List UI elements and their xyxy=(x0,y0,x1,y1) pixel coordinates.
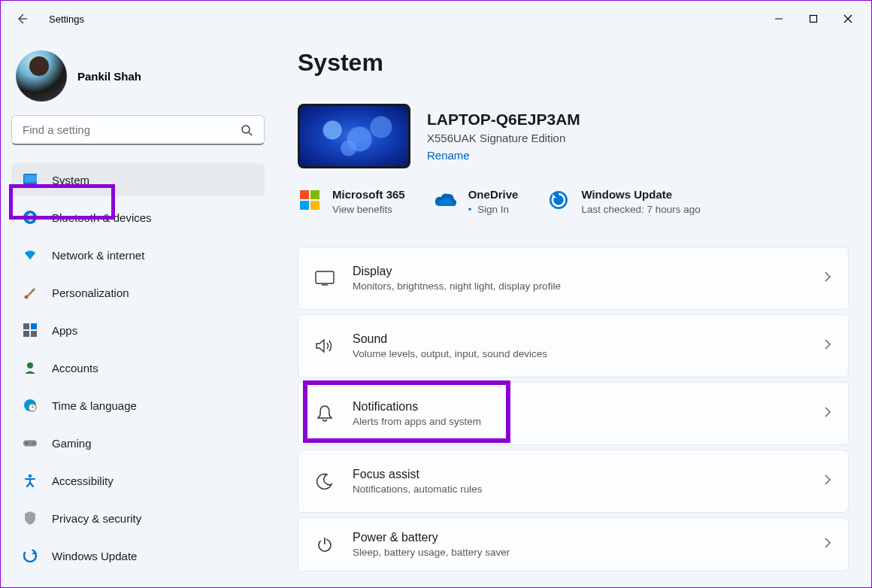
bluetooth-icon xyxy=(23,211,37,224)
avatar xyxy=(16,50,67,102)
svg-rect-9 xyxy=(31,323,37,329)
card-sub: Notifications, automatic rules xyxy=(353,483,824,495)
user-name: Pankil Shah xyxy=(77,70,141,83)
device-thumbnail xyxy=(298,104,410,168)
apps-icon xyxy=(23,323,37,337)
sidebar-item-bluetooth[interactable]: Bluetooth & devices xyxy=(11,201,265,234)
status-title: Microsoft 365 xyxy=(332,188,405,201)
card-focus-assist[interactable]: Focus assist Notifications, automatic ru… xyxy=(298,450,849,513)
maximize-button[interactable] xyxy=(796,7,831,31)
accessibility-icon xyxy=(23,474,37,487)
svg-rect-8 xyxy=(23,323,29,329)
card-title: Focus assist xyxy=(353,468,824,481)
svg-rect-11 xyxy=(31,331,37,337)
sidebar-item-accessibility[interactable]: Accessibility xyxy=(11,464,265,497)
svg-point-17 xyxy=(32,442,34,444)
window-controls xyxy=(761,7,865,31)
status-sub: • Sign In xyxy=(468,204,519,215)
svg-point-16 xyxy=(26,442,27,444)
svg-rect-10 xyxy=(23,331,29,337)
svg-point-2 xyxy=(242,126,250,133)
svg-line-3 xyxy=(249,132,252,135)
status-onedrive[interactable]: OneDrive • Sign In xyxy=(434,188,519,215)
card-sub: Sleep, battery usage, battery saver xyxy=(353,547,824,558)
close-button[interactable] xyxy=(831,7,865,31)
sidebar-item-label: Accounts xyxy=(52,362,98,374)
sidebar-item-apps[interactable]: Apps xyxy=(11,314,265,347)
sidebar-item-accounts[interactable]: Accounts xyxy=(11,351,265,384)
power-icon xyxy=(315,535,335,554)
sidebar-item-label: Accessibility xyxy=(52,474,114,487)
status-microsoft365[interactable]: Microsoft 365 View benefits xyxy=(298,188,405,215)
shield-icon xyxy=(23,511,37,525)
svg-rect-5 xyxy=(25,175,38,183)
sidebar-item-label: Gaming xyxy=(52,437,92,450)
card-title: Notifications xyxy=(353,400,824,414)
sidebar-item-privacy[interactable]: Privacy & security xyxy=(11,502,265,535)
status-windows-update[interactable]: Windows Update Last checked: 7 hours ago xyxy=(547,188,700,215)
sidebar-item-gaming[interactable]: Gaming xyxy=(11,426,265,459)
settings-cards: Display Monitors, brightness, night ligh… xyxy=(298,247,849,571)
svg-rect-21 xyxy=(316,271,334,283)
svg-rect-15 xyxy=(23,440,37,446)
nav-list: System Bluetooth & devices Network & int… xyxy=(11,163,265,577)
sidebar-item-label: Personalization xyxy=(52,286,129,299)
user-block[interactable]: Pankil Shah xyxy=(11,46,265,115)
device-block: LAPTOP-Q6EJP3AM X556UAK Signature Editio… xyxy=(298,104,849,168)
device-name: LAPTOP-Q6EJP3AM xyxy=(427,111,580,129)
card-sub: Alerts from apps and system xyxy=(353,416,824,427)
svg-point-7 xyxy=(25,296,29,299)
card-display[interactable]: Display Monitors, brightness, night ligh… xyxy=(298,247,849,310)
app-title: Settings xyxy=(49,14,761,25)
card-sound[interactable]: Sound Volume levels, output, input, soun… xyxy=(298,314,849,377)
chevron-right-icon xyxy=(824,537,831,552)
page-title: System xyxy=(298,49,849,77)
update-icon xyxy=(23,549,37,562)
microsoft-logo-icon xyxy=(298,188,322,212)
brush-icon xyxy=(23,286,37,299)
card-sub: Volume levels, output, input, sound devi… xyxy=(353,348,824,359)
status-title: OneDrive xyxy=(468,188,519,201)
sidebar-item-label: Privacy & security xyxy=(52,512,141,525)
card-title: Sound xyxy=(353,332,824,346)
card-notifications[interactable]: Notifications Alerts from apps and syste… xyxy=(298,382,849,445)
svg-rect-1 xyxy=(810,16,817,23)
sidebar-item-label: Bluetooth & devices xyxy=(52,211,152,224)
cloud-icon xyxy=(434,188,458,212)
chevron-right-icon xyxy=(824,338,831,353)
search-input[interactable] xyxy=(11,115,265,145)
chevron-right-icon xyxy=(824,406,831,421)
sidebar-item-system[interactable]: System xyxy=(11,163,265,196)
moon-icon xyxy=(315,471,335,491)
status-title: Windows Update xyxy=(581,188,700,201)
sound-icon xyxy=(315,336,335,356)
search-icon xyxy=(241,124,253,139)
back-button[interactable] xyxy=(16,13,28,25)
rename-link[interactable]: Rename xyxy=(427,149,580,162)
search-wrap xyxy=(11,115,265,145)
sidebar-item-windows-update[interactable]: Windows Update xyxy=(11,539,265,572)
sidebar-item-network[interactable]: Network & internet xyxy=(11,238,265,271)
sidebar: Pankil Shah System Bluetooth & devices xyxy=(1,37,275,587)
card-power-battery[interactable]: Power & battery Sleep, battery usage, ba… xyxy=(298,517,849,571)
svg-point-12 xyxy=(27,362,33,368)
sidebar-item-label: Network & internet xyxy=(52,249,144,262)
status-sub: View benefits xyxy=(332,204,405,215)
sidebar-item-label: Windows Update xyxy=(52,550,137,562)
clock-globe-icon xyxy=(23,399,37,412)
card-title: Power & battery xyxy=(353,531,824,544)
wifi-icon xyxy=(23,248,37,262)
gamepad-icon xyxy=(23,436,37,450)
sidebar-item-personalization[interactable]: Personalization xyxy=(11,276,265,309)
person-icon xyxy=(23,361,37,374)
sidebar-item-time-language[interactable]: Time & language xyxy=(11,389,265,422)
main-content: System LAPTOP-Q6EJP3AM X556UAK Signature… xyxy=(275,37,871,587)
minimize-button[interactable] xyxy=(761,7,796,31)
device-model: X556UAK Signature Edition xyxy=(427,132,580,144)
refresh-icon xyxy=(547,188,571,212)
monitor-icon xyxy=(23,173,37,186)
sidebar-item-label: System xyxy=(52,174,89,186)
status-sub: Last checked: 7 hours ago xyxy=(581,204,700,215)
sidebar-item-label: Time & language xyxy=(52,399,137,412)
sidebar-item-label: Apps xyxy=(52,324,77,337)
